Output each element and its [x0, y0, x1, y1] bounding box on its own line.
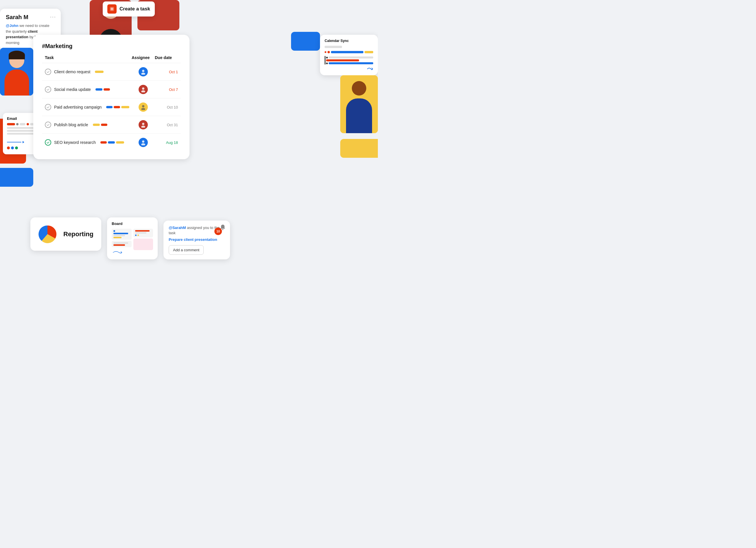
cal-dot-red: [325, 51, 326, 53]
notification-badge: 10: [214, 227, 222, 235]
check-circle-4[interactable]: [45, 122, 51, 128]
board-item-1: [112, 229, 132, 240]
dot-blue: [11, 146, 14, 149]
table-row[interactable]: Client demo request Oct 1: [42, 63, 181, 81]
task-name-1: Client demo request: [54, 69, 90, 74]
table-row[interactable]: Social media update Oct 7: [42, 81, 181, 98]
table-row[interactable]: Publish blog article Oct 31: [42, 116, 181, 134]
cal-sub-row1: [326, 56, 373, 58]
avatar-4: [139, 120, 148, 129]
check-circle-5-done[interactable]: [45, 139, 51, 146]
cal-vert-bar: [325, 56, 325, 65]
board-dot-sm1: [135, 234, 137, 236]
calendar-title: Calendar Sync: [325, 39, 373, 43]
check-circle-1[interactable]: [45, 69, 51, 75]
board-dot-blue: [113, 230, 115, 232]
board-arrow: [112, 249, 132, 255]
calendar-sync-card: Calendar Sync: [320, 35, 378, 75]
svg-point-10: [141, 126, 145, 128]
board-item-2: [112, 241, 132, 247]
due-date-1: Oct 1: [169, 70, 178, 74]
avatar-5: [139, 138, 148, 147]
task-tags-3: [106, 106, 129, 108]
svg-point-8: [141, 108, 145, 110]
check-circle-2[interactable]: [45, 86, 51, 93]
board-grid: [112, 229, 153, 255]
dot-red: [7, 146, 10, 149]
cal-dot-dark2: [326, 62, 328, 64]
email-dot1: [16, 123, 19, 125]
table-row[interactable]: Paid advertising campaign Oct 10: [42, 98, 181, 116]
task-tags-5: [100, 141, 124, 143]
tag-red-3: [114, 106, 120, 108]
notif-mention-sarah: @SarahM: [169, 225, 186, 230]
board-dots-row: [135, 234, 152, 236]
svg-point-12: [141, 143, 145, 145]
tag-yellow-3: [121, 106, 129, 108]
tag-blue-5: [108, 141, 115, 143]
tag-red-4: [101, 124, 107, 126]
board-title: Board: [112, 221, 153, 226]
cal-yellow-bar: [365, 51, 373, 53]
cal-dot-dark: [326, 57, 328, 58]
calendar-grid: [325, 46, 373, 71]
cal-blue-bar: [331, 51, 363, 53]
task-name-2: Social media update: [54, 87, 91, 92]
cal-right-col: [326, 56, 373, 64]
due-date-4: Oct 31: [167, 123, 178, 127]
black-man-photo: [340, 75, 378, 133]
create-task-label: Create a task: [119, 6, 150, 12]
check-circle-3[interactable]: [45, 104, 51, 110]
avatar-1: [139, 67, 148, 76]
cal-bar-gray: [325, 46, 342, 48]
tag-yellow-5: [116, 141, 124, 143]
due-date-3: Oct 10: [167, 105, 178, 109]
create-task-tooltip[interactable]: Create a task: [103, 1, 155, 16]
spacer: [325, 49, 373, 50]
email-arrow-head: [23, 141, 24, 143]
create-task-icon: [107, 4, 117, 14]
marketing-table-card: #Marketing Task Assignee Due date Client…: [33, 35, 190, 159]
board-line-gray3: [135, 232, 147, 233]
pie-chart: [37, 224, 58, 244]
table-title: #Marketing: [42, 43, 181, 49]
board-line-gray2: [113, 242, 128, 244]
notification-link[interactable]: Prepare client presentation: [169, 237, 225, 242]
sarah-dots: ···: [50, 14, 56, 20]
bell-area: 10: [220, 224, 226, 230]
task-name-3: Paid advertising campaign: [54, 105, 102, 109]
board-line-blue1: [113, 233, 128, 234]
cal-sync-arrow: [325, 67, 373, 71]
avatar-2: [139, 85, 148, 94]
board-card: Board: [107, 217, 158, 259]
board-item-3: [133, 229, 153, 237]
svg-point-11: [142, 140, 144, 143]
table-row[interactable]: SEO keyword research Aug 18: [42, 134, 181, 151]
task-name-4: Publish blog article: [54, 122, 88, 127]
email-dot2: [27, 123, 29, 125]
board-col-1: [112, 229, 132, 255]
add-comment-button[interactable]: Add a comment: [169, 245, 204, 255]
email-tag-red: [7, 123, 15, 125]
table-header: Task Assignee Due date: [42, 55, 181, 63]
task-cell-5: SEO keyword research: [45, 139, 132, 146]
email-color-dots: [7, 146, 18, 149]
task-cell-2: Social media update: [45, 86, 132, 93]
svg-point-13: [222, 229, 223, 230]
svg-point-7: [142, 105, 144, 107]
due-date-2: Oct 7: [169, 87, 178, 92]
blue-block-top: [291, 32, 320, 51]
tag-red-2: [104, 88, 110, 91]
notification-card: 10 @SarahM assigned you to the task Prep…: [163, 220, 230, 259]
header-assignee: Assignee: [132, 55, 155, 60]
email-arrow-line: [7, 142, 21, 142]
board-line-red2: [113, 244, 125, 246]
tag-blue-2: [95, 88, 102, 91]
task-cell-4: Publish blog article: [45, 122, 132, 128]
cal-row-3: [325, 56, 373, 65]
svg-point-4: [141, 73, 145, 75]
tag-red-5: [100, 141, 107, 143]
task-name-5: SEO keyword research: [54, 140, 96, 145]
task-cell-3: Paid advertising campaign: [45, 104, 132, 110]
tag-yellow-1: [95, 71, 104, 73]
